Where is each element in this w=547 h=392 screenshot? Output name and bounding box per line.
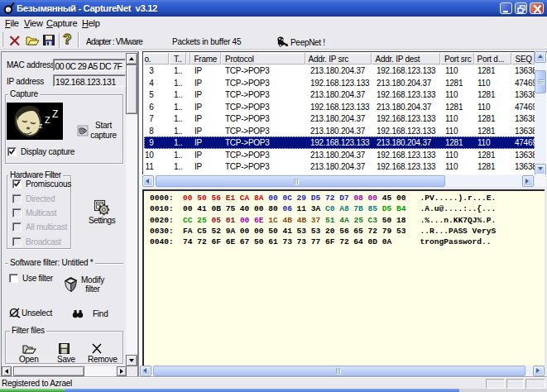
svg-text:Z: Z — [52, 108, 58, 120]
svg-text:z: z — [39, 122, 43, 130]
svg-text:Z: Z — [45, 115, 50, 125]
